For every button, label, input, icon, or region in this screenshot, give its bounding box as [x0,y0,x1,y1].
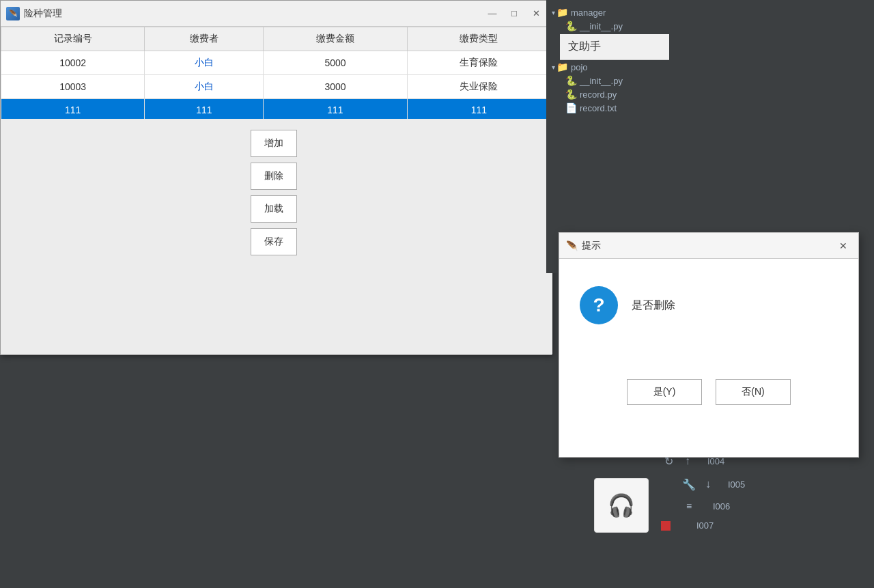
app-icon: 🪶 [6,7,20,20]
file-tree-item[interactable]: ▾ 📁 manager [546,5,874,19]
file-tree-item[interactable]: 🐍 __init__.py [546,74,874,87]
col-header-payer: 缴费者 [145,27,264,51]
assistant-header: 文助手 [560,34,669,60]
toolbar-row-2: 🔧 ↓ I005 [656,474,874,494]
table-row[interactable]: 10003 小白 3000 失业保险 [1,75,551,99]
table-row-selected[interactable]: 111 111 111 111 [1,99,551,122]
file-name: __init__.py [580,21,623,31]
cell-type: 生育保险 [407,51,550,75]
folder-name-manager: manager [571,8,606,18]
dialog-close-button[interactable]: ✕ [835,238,851,253]
title-left: 🪶 险种管理 [6,7,62,20]
delete-button[interactable]: 删除 [251,163,297,190]
window-controls: — □ ✕ [483,6,546,21]
down-button[interactable]: ↓ [701,477,716,492]
cell-type: 111 [407,99,550,122]
dialog-titlebar: 🪶 提示 ✕ [559,233,858,259]
col-header-amount: 缴费金额 [264,27,407,51]
list-item[interactable]: I007 [694,519,716,532]
toolbar-row-4: I007 [656,518,874,533]
maximize-button[interactable]: □ [505,6,524,21]
dialog-box: 🪶 提示 ✕ ? 是否删除 是(Y) 否(N) [559,232,859,458]
support-button[interactable]: 🎧 [594,478,649,533]
app-bottom: 增加 删除 加载 保存 [1,119,552,354]
window-titlebar: 🪶 险种管理 — □ ✕ [1,1,551,27]
question-icon: ? [580,286,618,324]
cancel-button[interactable]: 否(N) [716,379,791,405]
col-header-type: 缴费类型 [407,27,550,51]
cell-amount: 111 [264,99,407,122]
file-name: __init__.py [580,76,623,86]
window-title: 险种管理 [24,8,62,20]
col-header-id: 记录编号 [1,27,145,51]
table-container: 记录编号 缴费者 缴费金额 缴费类型 10002 小白 5000 生育保险 10… [1,27,551,122]
file-tree-item[interactable]: 🐍 __init__.py [546,19,874,33]
file-tree-item[interactable]: 📄 record.txt [546,101,874,115]
cell-payer: 小白 [145,51,264,75]
list-item[interactable]: I006 [710,500,733,513]
app-window: 🪶 险种管理 — □ ✕ 记录编号 缴费者 缴费金额 缴费类型 10002 [0,0,552,355]
dialog-buttons: 是(Y) 否(N) [559,365,858,419]
list-item-label: I006 [713,501,730,512]
python-file-icon: 🐍 [565,75,577,86]
dialog-title: 提示 [582,240,601,252]
dialog-title-left: 🪶 提示 [566,240,601,252]
confirm-button[interactable]: 是(Y) [627,379,702,405]
cell-payer: 111 [145,99,264,122]
minimize-button[interactable]: — [483,6,502,21]
data-table: 记录编号 缴费者 缴费金额 缴费类型 10002 小白 5000 生育保险 10… [1,27,551,122]
cell-amount: 3000 [264,75,407,99]
file-name: record.txt [580,103,617,113]
dialog-content: ? 是否删除 [559,259,858,338]
chevron-down-icon: ▾ [552,9,555,16]
chevron-down-icon: ▾ [552,64,555,71]
python-file-icon: 🐍 [565,89,577,100]
wrench-button[interactable]: 🔧 [681,477,696,492]
ide-toolbar: ↻ ↑ I004 🔧 ↓ I005 ≡ I006 I007 [656,451,874,533]
folder-name-pojo: pojo [571,62,588,72]
folder-icon: 📁 [556,61,568,72]
cell-amount: 5000 [264,51,407,75]
close-button[interactable]: ✕ [526,6,546,21]
side-buttons: 增加 删除 加载 保存 [251,130,297,255]
save-button[interactable]: 保存 [251,228,297,255]
folder-icon: 📁 [556,7,568,18]
sort-button[interactable]: ≡ [681,499,696,514]
dialog-icon: 🪶 [566,240,578,251]
toolbar-row-3: ≡ I006 [656,497,874,515]
cell-id: 10003 [1,75,145,99]
dialog-message: 是否删除 [632,298,675,313]
file-tree-item[interactable]: ▾ 📁 pojo [546,60,874,74]
add-button[interactable]: 增加 [251,130,297,157]
list-item[interactable]: I005 [725,478,748,491]
cell-id: 111 [1,99,145,122]
cell-type: 失业保险 [407,75,550,99]
file-name: record.py [580,89,617,100]
load-button[interactable]: 加载 [251,195,297,223]
question-mark: ? [593,294,604,316]
text-file-icon: 📄 [565,102,577,113]
list-item-label: I005 [728,479,745,490]
list-item-label: I007 [696,520,714,531]
cell-id: 10002 [1,51,145,75]
sort-icon: ≡ [686,501,692,512]
headphone-icon: 🎧 [604,488,638,522]
record-icon [661,521,671,531]
cell-payer: 小白 [145,75,264,99]
assistant-title: 文助手 [568,40,601,52]
table-row[interactable]: 10002 小白 5000 生育保险 [1,51,551,75]
python-file-icon: 🐍 [565,20,577,31]
file-tree-item[interactable]: 🐍 record.py [546,87,874,101]
